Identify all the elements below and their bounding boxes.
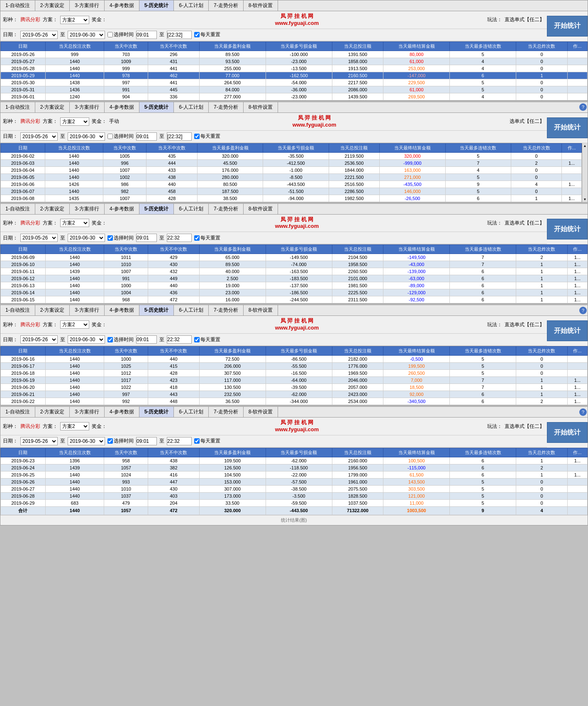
nav-manual-2[interactable]: 6-人工计划	[174, 102, 209, 112]
time-end-2[interactable]	[167, 132, 192, 141]
time-start-2[interactable]	[136, 132, 157, 141]
table-row[interactable]: 2019-05-29 1440 978 462 77.000 -162.500 …	[1, 72, 588, 79]
date-start-3[interactable]: 2019-05-26	[20, 234, 58, 242]
time-checkbox-5[interactable]	[107, 438, 113, 444]
nav-trend-3[interactable]: 7-走势分析	[209, 204, 244, 214]
table-row[interactable]: 2019-06-01 1240 904 336 277.000 -23.000 …	[1, 93, 588, 100]
table-row[interactable]: 2019-06-131440100044019.000-137.5001981.…	[1, 282, 588, 289]
time-start-4[interactable]	[136, 335, 157, 344]
plan-select-5[interactable]: 方案2	[60, 422, 89, 430]
table-row[interactable]: 2019-06-111439100743240.000-163.5002260.…	[1, 268, 588, 275]
table-row[interactable]: 2019-06-2014401022418130.500-39.5002057.…	[1, 384, 588, 391]
time-check-5[interactable]: 选择时间	[107, 437, 134, 445]
nav-settings-3[interactable]: 8-软件设置	[244, 204, 278, 214]
table-row[interactable]: 2019-06-2814401037403173.000-3.5001828.5…	[1, 492, 588, 499]
date-end-1[interactable]: 2019-06-30	[68, 31, 105, 39]
plan-select-4[interactable]: 方案2	[60, 320, 89, 329]
date-start-4[interactable]: 2019-05-26	[20, 335, 58, 344]
nav-settings-5[interactable]: 8-软件设置	[244, 407, 278, 417]
date-end-4[interactable]: 2019-06-30	[68, 335, 105, 344]
daily-reset-cb-2[interactable]	[194, 134, 200, 139]
table-row[interactable]: 2019-06-22144099244836.500-344.0002534.0…	[1, 398, 588, 405]
time-start-5[interactable]	[136, 437, 157, 445]
table-row[interactable]: 2019-06-0214401005435320.000-35.5002119.…	[1, 152, 582, 159]
plan-select-2[interactable]: 方案2	[60, 117, 89, 126]
table-row[interactable]: 2019-06-2968347920433.500-59.5001037.500…	[1, 499, 588, 506]
table-row[interactable]: 2019-06-231396958438109.500-62.0002160.0…	[1, 457, 588, 464]
date-end-2[interactable]: 2019-06-30	[68, 132, 105, 141]
lottery-value-2[interactable]: 腾讯分彩	[20, 118, 40, 125]
nav-auto-bet-2[interactable]: 1-自动投注	[0, 102, 35, 112]
daily-reset-cb-4[interactable]	[194, 337, 200, 342]
nav-history-5[interactable]: 5-历史统计	[139, 407, 174, 417]
date-start-1[interactable]: 2019-05-26	[20, 31, 58, 39]
nav-settings-4[interactable]: 8-软件设置	[244, 305, 278, 315]
daily-reset-1[interactable]: 每天重置	[194, 31, 220, 38]
table-row[interactable]: 2019-06-211440997443232.500-62.0002423.0…	[1, 391, 588, 398]
table-row[interactable]: 2019-06-0514401002438280.000-8.5002221.5…	[1, 173, 582, 181]
nav-manual-1[interactable]: 6-人工计划	[174, 0, 209, 11]
nav-settings-2[interactable]: 8-软件设置	[244, 102, 278, 112]
time-check-4[interactable]: 选择时间	[107, 336, 134, 343]
scroll-down-2[interactable]: ▼	[583, 198, 587, 201]
nav-auto-bet-3[interactable]: 1-自动投注	[0, 204, 35, 214]
start-button-1[interactable]: 开始统计	[547, 16, 588, 37]
daily-reset-cb-3[interactable]	[194, 235, 200, 241]
nav-history-3[interactable]: 5-历史统计	[139, 204, 174, 214]
nav-manual-5[interactable]: 6-人工计划	[174, 407, 209, 417]
nav-ref-data-3[interactable]: 4-参考数据	[105, 204, 139, 214]
table-row[interactable]: 2019-06-2414391057382126.500-118.5001956…	[1, 464, 588, 471]
nav-plan-set-2[interactable]: 2-方案设定	[35, 102, 70, 112]
table-row[interactable]: 2019-06-1214409914492.500-183.5002101.00…	[1, 275, 588, 282]
start-button-3[interactable]: 开始统计	[547, 219, 588, 239]
nav-history-1[interactable]: 5-历史统计	[139, 0, 174, 11]
time-checkbox-4[interactable]	[107, 337, 113, 342]
table-row[interactable]: 2019-05-28 1440 999 441 255.000 -13.500 …	[1, 65, 588, 72]
nav-plan-rank-3[interactable]: 3-方案排行	[70, 204, 105, 214]
info-icon-4[interactable]: ?	[579, 307, 587, 314]
nav-plan-rank-4[interactable]: 3-方案排行	[70, 305, 105, 315]
daily-reset-2[interactable]: 每天重置	[194, 133, 220, 140]
nav-trend-1[interactable]: 7-走势分析	[209, 0, 244, 11]
nav-history-2[interactable]: 5-历史统计	[139, 102, 174, 112]
info-icon-2[interactable]: ?	[579, 103, 587, 111]
time-checkbox-1[interactable]	[107, 32, 113, 37]
table-row[interactable]: 2019-06-1914401017423117.000-64.0002046.…	[1, 377, 588, 384]
daily-reset-cb-1[interactable]	[194, 32, 200, 37]
table-row[interactable]: 2019-06-15144096847216.000-244.5002311.5…	[1, 296, 588, 303]
nav-plan-set-4[interactable]: 2-方案设定	[35, 305, 70, 315]
lottery-value-5[interactable]: 腾讯分彩	[20, 423, 40, 430]
nav-plan-rank-5[interactable]: 3-方案排行	[70, 407, 105, 417]
time-end-4[interactable]	[167, 335, 192, 344]
table-row[interactable]: 2019-06-03144099644445.500-412.5002536.5…	[1, 159, 582, 166]
daily-reset-4[interactable]: 每天重置	[194, 336, 220, 343]
date-start-2[interactable]: 2019-05-26	[20, 132, 58, 141]
nav-trend-5[interactable]: 7-走势分析	[209, 407, 244, 417]
time-checkbox-2[interactable]	[107, 134, 113, 139]
table-row[interactable]: 2019-06-0414401007433176.000-1.0001844.0…	[1, 166, 582, 173]
nav-auto-bet-5[interactable]: 1-自动投注	[0, 407, 35, 417]
table-row[interactable]: 2019-06-261440993447153.000-57.5001961.0…	[1, 478, 588, 485]
nav-trend-2[interactable]: 7-走势分析	[209, 102, 244, 112]
lottery-value-3[interactable]: 腾讯分彩	[20, 220, 40, 227]
time-start-3[interactable]	[136, 234, 157, 242]
nav-settings-1[interactable]: 8-软件设置	[244, 0, 278, 11]
lottery-value-4[interactable]: 腾讯分彩	[20, 321, 40, 328]
nav-auto-bet-1[interactable]: 1-自动投注	[0, 0, 35, 11]
plan-select-1[interactable]: 方案2	[60, 16, 89, 24]
scrollbar-2[interactable]: ▲ ▼	[582, 143, 588, 202]
nav-ref-data-2[interactable]: 4-参考数据	[105, 102, 139, 112]
lottery-value-1[interactable]: 腾讯分彩	[20, 16, 40, 23]
time-check-2[interactable]: 选择时间	[107, 133, 134, 140]
table-row[interactable]: 2019-06-1714401025415206.000-55.5001776.…	[1, 363, 588, 370]
date-end-3[interactable]: 2019-06-30	[68, 234, 105, 242]
table-row[interactable]: 2019-06-2714401010430307.000-38.5002075.…	[1, 485, 588, 492]
time-start-1[interactable]	[136, 31, 157, 39]
info-icon-5[interactable]: ?	[579, 408, 587, 416]
table-row[interactable]: 2019-06-091440101142965.000-149.5002104.…	[1, 254, 588, 261]
nav-history-4[interactable]: 5-历史统计	[139, 305, 174, 315]
table-row[interactable]: 2019-06-161440100044072.500-86.5002182.0…	[1, 356, 588, 363]
scroll-up-2[interactable]: ▲	[583, 144, 587, 148]
table-row[interactable]: 2019-06-141440100443623.000-186.5002225.…	[1, 289, 588, 296]
nav-plan-set-3[interactable]: 2-方案设定	[35, 204, 70, 214]
